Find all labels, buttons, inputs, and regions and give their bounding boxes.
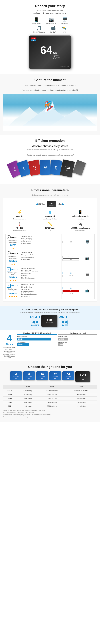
perf-grid: 4 Times Having reading speed up to 80MB/…: [3, 332, 97, 358]
device-camera-label: digital cameras: [46, 23, 56, 24]
class6-write-label: Video shootingwriting speed: [7, 240, 19, 244]
read-block: READ ◀◀ 80MB/S: [30, 315, 40, 327]
section-choose: Choose the right one for you 4 micro SD …: [0, 361, 100, 422]
bar-write-std-label: Writing speed: [58, 341, 97, 343]
bar-write-std-val: 5MB/S: [58, 343, 63, 346]
uhs1-badge: I: [7, 268, 11, 272]
td-64-photo: 21600 pictures: [39, 392, 65, 396]
th-size: [3, 385, 17, 389]
capture-title: Capture the moment: [3, 78, 97, 82]
section-params: Professional parameters Detailed paramet…: [0, 184, 100, 306]
device-mp3: 🎵 MP3/MP4 players: [33, 26, 45, 33]
th-video: video: [65, 385, 97, 389]
efficient-quote1: "Transfer 360 photos per minute, transfe…: [3, 149, 97, 151]
camera-icon: 📷: [49, 17, 54, 22]
plugging-label: and unplugging: [75, 230, 85, 232]
feature-compat: 📱 mobile phone tablet compatible: [66, 210, 94, 220]
uhs3-badge: I: [7, 284, 11, 288]
bar-write-high: Writing speed 10MB/S: [17, 341, 57, 346]
uhs3-read-label: Reading speedup to: [7, 288, 19, 292]
3d-badge: 3D: [63, 272, 79, 274]
speed-write-label: MB/s: [58, 203, 62, 205]
fullhd-badge3: Full HD: [63, 292, 79, 294]
td-8gb: 8GB: [3, 404, 17, 408]
col1-title: High Speed SDHC UHS-1 Memory Card: [17, 332, 57, 335]
bar-read-high-val: 80MB/S: [17, 338, 51, 340]
td-16gb: 16GB: [3, 400, 17, 404]
snow-overlay: [3, 120, 97, 128]
size-icon: 📏: [48, 222, 52, 226]
device-dvr-label: Car DVR: [50, 31, 56, 33]
smartphone-icon: 📱: [34, 17, 39, 22]
section-efficient: Efficient promotion Massive photos easil…: [0, 135, 100, 184]
params-inner: ◀ 100MB/s 16 micro SD MB/s ▶ ⚡ 80MB/S Tr…: [3, 198, 97, 302]
efficient-title: Efficient promotion: [3, 139, 97, 142]
footnote-block: Source: Laboratory test results, due con…: [3, 410, 97, 418]
compat-label: compatible: [77, 218, 84, 220]
read-speed-label: Transmission speed: [13, 218, 26, 220]
section-record-line1: Keep every classic music for you: [3, 9, 97, 12]
th-photo: photo: [39, 385, 65, 389]
plug-icon: 🔌: [78, 222, 83, 226]
class6-cell: 6 CLASS 6 Video shootingwriting speed 6M…: [6, 234, 20, 250]
bar-read-std-label: Reading speed: [58, 336, 97, 337]
4k-badge: 4K: [63, 290, 79, 292]
class10-write-label: Video shootingWriting speed: [7, 256, 19, 260]
temp-label: working temperature: [13, 230, 26, 232]
td-8-video: 120 minutes: [65, 404, 97, 408]
fullhd-badge: FULL HD: [63, 256, 79, 258]
write-block: WRITE ◀◀ 15MB/S: [59, 315, 70, 327]
class6-badge: 6: [7, 235, 11, 239]
ski-scene: 🏂: [3, 94, 97, 131]
fullhd-badge2: Full HD: [63, 275, 79, 277]
footnote-1: Source: Laboratory test results, due con…: [3, 410, 97, 412]
device-icons-row2: 🎵 MP3/MP4 players 📹 Car DVR 🛰️ GPS: [3, 26, 97, 33]
waterproof-label: quadruple protection: [43, 218, 57, 220]
class10-label: CLASS 10: [11, 252, 18, 254]
table-row: 16GB 4000 songs 5400 pictures 240 minute…: [3, 400, 97, 404]
stacked-card-32: 32GB: [40, 160, 51, 175]
uhs1-read-label: Reading speedup to: [7, 272, 19, 276]
table-row: 8GB 2000 songs 2700 pictures 120 minutes: [3, 404, 97, 408]
rw-diagram: READ ◀◀ 80MB/S 128 GB micro SD WRITE ◀◀ …: [3, 315, 97, 327]
read-label: READ: [30, 315, 40, 319]
uhs1-label: UHS-1 UI: [11, 269, 18, 270]
table-header-row: music photo video: [3, 385, 97, 389]
class6-icon: 🖥️: [80, 234, 94, 250]
uhs1-badges: 3D Full HD: [61, 266, 80, 282]
td-32gb: 32GB: [3, 396, 17, 400]
memory-card-display: micro TF 64 GB micro TF 10 UHS-I micro S…: [29, 36, 71, 69]
capacity-data-table: music photo video 128GB 30600 songs 1094…: [3, 385, 97, 408]
class6-stars: ★★: [7, 247, 19, 249]
class10-badge: 10: [7, 252, 11, 255]
class6-desc: Smoothly play HDMovie, satisfyingdigital…: [20, 234, 61, 250]
device-gps: 🛰️ GPS: [61, 26, 67, 33]
uhs3-badges: 3D 4K Full HD: [61, 282, 80, 299]
table-row: 128GB 30600 songs 109400 pictures 16 hou…: [3, 389, 97, 392]
read-speed-display: 80MB/S: [30, 324, 40, 327]
mini-card-size: 16: [50, 202, 53, 205]
uhs3-desc: Support 4K, 3D andHD quality videoShooti…: [20, 282, 61, 299]
uhs3-label: UHS-1 U3: [11, 285, 18, 286]
class10-badges: FULL HD HD: [61, 250, 80, 266]
class10-icon: 📷: [80, 250, 94, 266]
col2-title: Standard memory card: [58, 332, 97, 335]
device-dvr: 📹 Car DVR: [50, 26, 56, 33]
features-grid: ⚡ 80MB/S Transmission speed 💧 waterproof…: [6, 210, 94, 232]
dvr-icon: 📹: [50, 26, 56, 31]
class-comparison-table: 6 CLASS 6 Video shootingwriting speed 6M…: [6, 234, 94, 299]
td-64-video: 960 minutes: [65, 392, 97, 396]
card-size-number: 64: [40, 45, 52, 56]
read-speed-val: 80MB/S: [16, 215, 23, 217]
td-8-photo: 2700 pictures: [39, 404, 65, 408]
td-128-video: 16 hours 20 minutes: [65, 389, 97, 392]
waterproof-icon: 💧: [48, 210, 52, 214]
bar-write-high-val: 10MB/S: [17, 343, 29, 346]
feature-waterproof: 💧 waterproof quadruple protection: [36, 210, 64, 220]
speed-icon: ⚡: [17, 210, 22, 214]
hd-badge: HD: [63, 241, 79, 243]
class6-speed: 6MB/S: [7, 244, 19, 246]
table-row-class10: 10 CLASS 10 Video shootingWriting speed …: [6, 250, 94, 266]
temp-icon: 🌡️: [17, 222, 22, 226]
table-row-uhs3: I UHS-1 U3 Reading speedup to 90MB/S ★★★…: [6, 282, 94, 299]
